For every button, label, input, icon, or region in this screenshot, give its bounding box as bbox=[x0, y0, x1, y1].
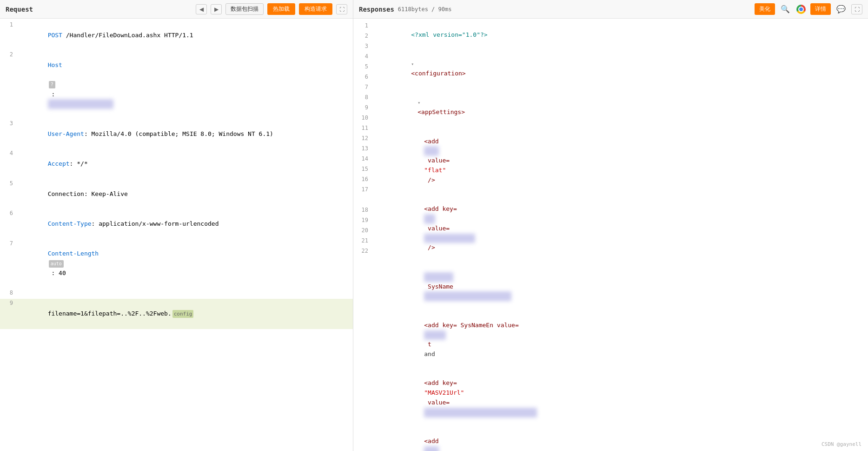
left-panel: Request ◀ ▶ 数据包扫描 热加载 构造请求 ⛶ 1 POST /Han… bbox=[0, 0, 353, 451]
xml-line-1: <?xml version="1.0"?> bbox=[372, 20, 868, 49]
xml-content: <?xml version="1.0"?> ▾ <configuration> … bbox=[372, 19, 868, 451]
response-meta: 6118bytes / 90ms bbox=[398, 6, 452, 13]
scan-button[interactable]: 数据包扫描 bbox=[225, 3, 264, 15]
xml-line-2: ▾ <configuration> bbox=[372, 49, 868, 88]
watermark: CSDN @gaynell bbox=[822, 441, 861, 447]
right-header: Responses 6118bytes / 90ms 美化 🔍 详情 💬 ⛶ bbox=[353, 0, 868, 19]
request-line-1: 1 POST /Handler/FileDownLoad.ashx HTTP/1… bbox=[0, 20, 353, 50]
chat-icon-button[interactable]: 💬 bbox=[835, 4, 848, 14]
xml-line-8: <add key= "MASV21Url" value= http://reda… bbox=[372, 369, 868, 427]
request-line-5: 5 Connection: Keep-Alive bbox=[0, 179, 353, 209]
request-line-8: 8 bbox=[0, 289, 353, 299]
construct-request-button[interactable]: 构造请求 bbox=[299, 3, 332, 15]
request-line-7: 7 Content-Length auto : 40 bbox=[0, 239, 353, 289]
request-line-6: 6 Content-Type: application/x-www-form-u… bbox=[0, 209, 353, 239]
xml-line-9: <add key= CopyRight" val ue="C----VALUE … bbox=[372, 427, 868, 451]
right-panel: Responses 6118bytes / 90ms 美化 🔍 详情 💬 ⛶ 1… bbox=[353, 0, 868, 451]
xml-line-7: <add key= SysNameEn value= CHC M- t and bbox=[372, 311, 868, 369]
search-icon-button[interactable]: 🔍 bbox=[779, 4, 792, 14]
request-line-2: 2 Host ? : 192.168.1.100:8080 bbox=[0, 50, 353, 119]
right-title: Responses bbox=[359, 6, 394, 13]
xml-line-4: <add key= value= "flat" /> bbox=[372, 127, 868, 195]
left-title: Request bbox=[6, 6, 33, 13]
beautify-button[interactable]: 美化 bbox=[755, 3, 775, 15]
left-expand-button[interactable]: ⛶ bbox=[336, 4, 347, 14]
request-code-area: 1 POST /Handler/FileDownLoad.ashx HTTP/1… bbox=[0, 19, 353, 451]
request-line-3: 3 User-Agent: Mozilla/4.0 (compatible; M… bbox=[0, 119, 353, 149]
request-line-4: 4 Accept: */* bbox=[0, 149, 353, 179]
collapse-icon-2[interactable]: ▾ bbox=[411, 61, 417, 68]
response-content-area: 1 2 3 4 5 6 7 8 9 10 11 12 13 14 15 16 1… bbox=[353, 19, 868, 451]
detail-button[interactable]: 详情 bbox=[810, 3, 831, 15]
chrome-icon bbox=[796, 5, 806, 14]
xml-line-3: ▾ <appSettings> bbox=[372, 88, 868, 127]
nav-prev-button[interactable]: ◀ bbox=[196, 4, 207, 14]
nav-next-button[interactable]: ▶ bbox=[211, 4, 222, 14]
chrome-button[interactable] bbox=[795, 4, 807, 15]
hot-load-button[interactable]: 热加载 bbox=[267, 3, 295, 15]
request-line-9: 9 filename=1&filepath=..%2F..%2Fweb.conf… bbox=[0, 299, 353, 329]
xml-line-6: add key= SysName REDACTED_LONG_VALUE_HER… bbox=[372, 263, 868, 311]
collapse-icon-3[interactable]: ▾ bbox=[417, 99, 423, 107]
xml-line-5: <add key= nTd value= REDACTED_VALUE /> bbox=[372, 195, 868, 263]
right-expand-button[interactable]: ⛶ bbox=[851, 4, 862, 14]
line-number-gutter: 1 2 3 4 5 6 7 8 9 10 11 12 13 14 15 16 1… bbox=[353, 19, 372, 451]
left-header: Request ◀ ▶ 数据包扫描 热加载 构造请求 ⛶ bbox=[0, 0, 353, 19]
